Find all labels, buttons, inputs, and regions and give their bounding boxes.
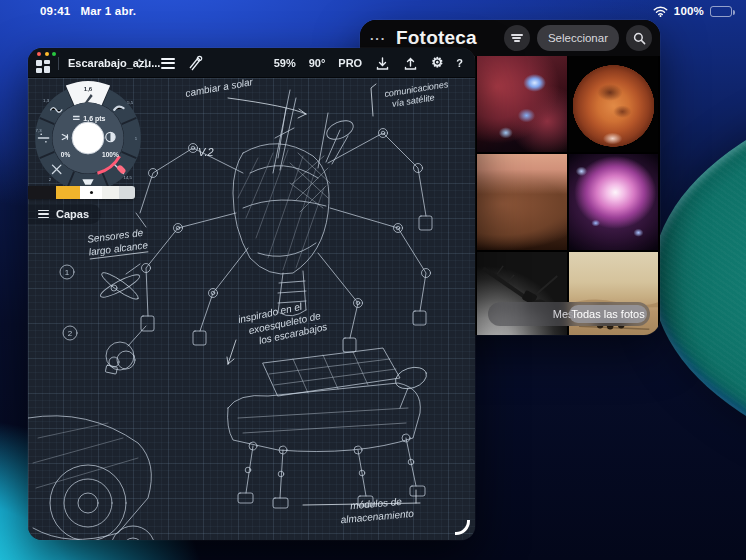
swatch-lightgray[interactable] — [119, 186, 135, 199]
active-color-puck[interactable] — [72, 122, 104, 154]
swatch-amber[interactable] — [56, 186, 80, 199]
tab-all-photos[interactable]: Todas las fotos — [569, 305, 647, 323]
battery-percent: 100% — [674, 5, 704, 17]
smoothness-value: 100% — [102, 151, 119, 158]
clock: 09:41 — [40, 5, 70, 17]
settings-gear-icon[interactable]: ⚙ — [431, 56, 443, 70]
svg-text:14,5: 14,5 — [124, 175, 133, 180]
rotation-value[interactable]: 90° — [309, 57, 326, 69]
battery-icon — [710, 6, 732, 17]
photo-desert-mountains[interactable] — [477, 154, 566, 250]
photo-mars[interactable] — [569, 56, 658, 152]
filter-icon — [511, 32, 523, 43]
view-switcher: Meses Todas las fotos — [488, 302, 650, 326]
search-button[interactable] — [626, 25, 652, 51]
wifi-icon — [653, 6, 668, 17]
pro-badge[interactable]: PRO — [338, 57, 362, 69]
photo-orion-nebula[interactable] — [569, 154, 658, 250]
marker-1: 1 — [65, 268, 70, 277]
svg-text:7,3: 7,3 — [36, 128, 43, 133]
svg-text:1,3: 1,3 — [43, 98, 50, 103]
close-window-dot[interactable] — [37, 52, 41, 56]
gallery-icon[interactable] — [36, 60, 50, 73]
toolbar-divider — [58, 57, 59, 70]
zoom-window-dot[interactable] — [52, 52, 56, 56]
window-controls[interactable] — [37, 52, 56, 56]
minimize-window-dot[interactable] — [45, 52, 49, 56]
search-icon — [633, 32, 646, 45]
date: Mar 1 abr. — [80, 5, 136, 17]
layers-label: Capas — [56, 208, 89, 220]
precision-grid-icon[interactable] — [136, 57, 149, 70]
sketch-toolbar: Escarabajo_azu... 59% 90° PRO — [28, 48, 475, 78]
marker-2: 2 — [68, 329, 73, 338]
help-icon[interactable]: ? — [456, 57, 463, 69]
swatch-offwhite[interactable] — [102, 186, 119, 199]
swatch-black[interactable] — [28, 186, 56, 199]
select-button[interactable]: Seleccionar — [537, 25, 619, 51]
photos-title: Fototeca — [396, 27, 477, 49]
screen: 09:41 Mar 1 abr. 100% — [0, 0, 746, 560]
vector-pen-icon[interactable] — [187, 55, 203, 71]
photo-dark-nebula[interactable] — [477, 56, 566, 152]
sketch-window: 1 2 cambiar a solar comunicaciones — [28, 48, 475, 540]
tool-wheel[interactable]: 1,6 5,5 1 14,5 6,8 2 7,3 1,3 — [30, 80, 146, 196]
import-icon[interactable] — [375, 56, 390, 71]
layers-button[interactable]: Capas — [28, 204, 101, 224]
active-tool-size: 1,6 — [84, 85, 93, 92]
share-export-icon[interactable] — [403, 56, 418, 71]
swatch-white-selected[interactable] — [80, 186, 102, 199]
annotation-version: V.2 — [198, 146, 214, 160]
layers-icon — [38, 208, 49, 221]
window-menu-dots[interactable]: ··· — [370, 31, 386, 46]
svg-text:5,5: 5,5 — [127, 100, 134, 105]
filter-button[interactable] — [504, 25, 530, 51]
opacity-value: 0% — [61, 151, 71, 158]
layers-stack-icon[interactable] — [161, 55, 175, 71]
svg-text:2: 2 — [49, 177, 52, 182]
zoom-level[interactable]: 59% — [274, 57, 296, 69]
color-swatch-strip — [28, 186, 135, 199]
status-bar: 09:41 Mar 1 abr. 100% — [0, 0, 746, 22]
